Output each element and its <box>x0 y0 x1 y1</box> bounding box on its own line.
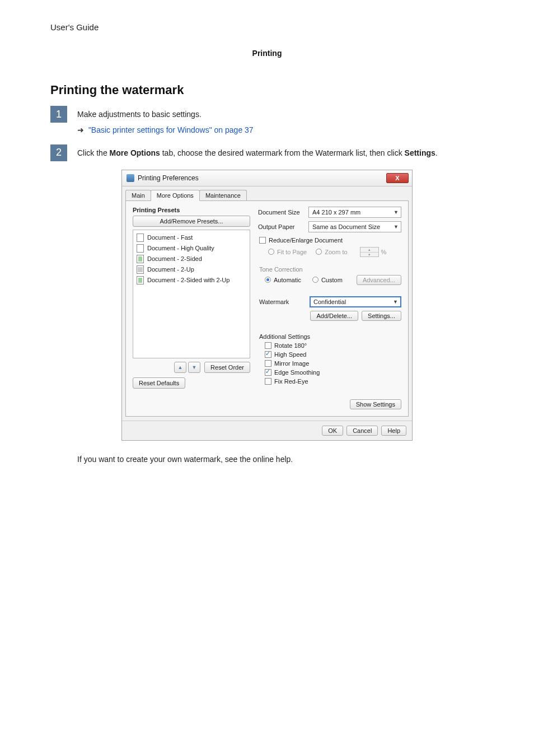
chevron-down-icon: ▼ <box>393 299 398 305</box>
doc-2sided-2up-icon <box>137 276 144 284</box>
section-name: Printing <box>50 49 484 58</box>
document-size-label: Document Size <box>258 209 308 216</box>
preset-item[interactable]: Document - 2-Up <box>133 264 250 275</box>
preset-item[interactable]: Document - Fast <box>133 232 250 243</box>
close-button[interactable]: X <box>386 173 409 183</box>
add-remove-presets-button[interactable]: Add/Remove Presets... <box>133 216 250 227</box>
guide-title: User's Guide <box>50 22 484 32</box>
tab-more-options[interactable]: More Options <box>151 190 200 201</box>
reset-defaults-button[interactable]: Reset Defaults <box>133 377 185 389</box>
zoom-to-radio[interactable]: Zoom to <box>316 249 347 255</box>
ok-button[interactable]: OK <box>322 426 343 436</box>
doc-icon <box>137 234 144 242</box>
preset-item[interactable]: Document - High Quality <box>133 243 250 254</box>
footer-note: If you want to create your own watermark… <box>77 455 484 464</box>
help-button[interactable]: Help <box>381 426 406 436</box>
chevron-down-icon: ▼ <box>394 209 399 215</box>
automatic-radio[interactable]: Automatic <box>265 277 301 283</box>
doc-2up-icon <box>137 265 144 274</box>
tab-maintenance[interactable]: Maintenance <box>199 190 247 201</box>
watermark-label: Watermark <box>259 298 310 305</box>
cancel-button[interactable]: Cancel <box>346 426 378 436</box>
fit-to-page-radio[interactable]: Fit to Page <box>268 249 307 255</box>
reduce-enlarge-checkbox[interactable]: Reduce/Enlarge Document <box>259 237 343 244</box>
zoom-spinner[interactable]: ▴▾ <box>360 247 379 257</box>
step-1-badge: 1 <box>50 106 67 123</box>
tone-correction-heading: Tone Correction <box>259 266 401 273</box>
document-size-select[interactable]: A4 210 x 297 mm▼ <box>308 207 401 218</box>
output-paper-select[interactable]: Same as Document Size▼ <box>308 221 401 232</box>
watermark-settings-button[interactable]: Settings... <box>362 311 401 321</box>
tab-main[interactable]: Main <box>125 190 151 201</box>
printing-preferences-dialog: Printing Preferences X Main More Options… <box>121 170 413 441</box>
preset-item[interactable]: Document - 2-Sided with 2-Up <box>133 275 250 286</box>
preset-list[interactable]: Document - Fast Document - High Quality … <box>133 230 250 358</box>
move-up-button[interactable] <box>174 362 186 373</box>
additional-settings-heading: Additional Settings <box>259 333 401 340</box>
advanced-button[interactable]: Advanced... <box>357 275 401 285</box>
dialog-title: Printing Preferences <box>138 174 199 182</box>
arrow-icon: ➜ <box>77 125 84 134</box>
move-down-button[interactable] <box>188 362 200 373</box>
show-settings-button[interactable]: Show Settings <box>350 399 401 409</box>
output-paper-label: Output Paper <box>258 223 308 230</box>
percent-label: % <box>381 249 387 255</box>
app-icon <box>127 174 134 182</box>
rotate-180-checkbox[interactable]: Rotate 180° <box>265 342 401 349</box>
page-title: Printing the watermark <box>50 83 484 97</box>
step-2-text: Click the More Options tab, choose the d… <box>77 144 484 159</box>
step-1-text: Make adjustments to basic settings. <box>77 108 484 120</box>
chevron-down-icon: ▼ <box>394 224 399 230</box>
presets-heading: Printing Presets <box>133 207 250 213</box>
doc-2sided-icon <box>137 255 144 263</box>
edge-smoothing-checkbox[interactable]: Edge Smoothing <box>265 369 401 376</box>
fix-red-eye-checkbox[interactable]: Fix Red-Eye <box>265 378 401 385</box>
doc-icon <box>137 244 144 253</box>
step-2-badge: 2 <box>50 144 67 161</box>
reset-order-button[interactable]: Reset Order <box>204 362 250 373</box>
cross-ref-link[interactable]: "Basic printer settings for Windows" on … <box>88 125 254 134</box>
watermark-select[interactable]: Confidential▼ <box>310 296 401 307</box>
add-delete-button[interactable]: Add/Delete... <box>310 311 358 321</box>
high-speed-checkbox[interactable]: High Speed <box>265 351 401 358</box>
preset-item[interactable]: Document - 2-Sided <box>133 254 250 264</box>
mirror-image-checkbox[interactable]: Mirror Image <box>265 360 401 367</box>
custom-radio[interactable]: Custom <box>312 277 343 283</box>
